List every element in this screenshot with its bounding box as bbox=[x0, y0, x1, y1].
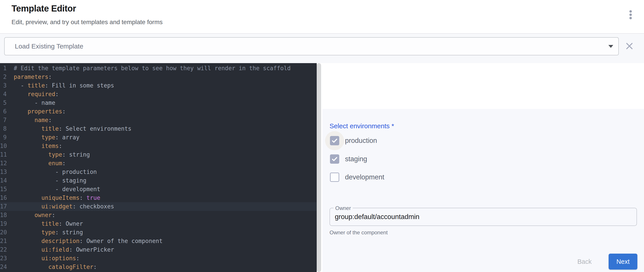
code-line: 22 ui:field: OwnerPicker bbox=[0, 245, 317, 254]
kebab-menu-icon bbox=[630, 10, 632, 19]
code-line: 11 type: string bbox=[0, 150, 317, 159]
code-line: 10 items: bbox=[0, 142, 317, 150]
code-editor[interactable]: 1# Edit the template parameters below to… bbox=[0, 63, 317, 272]
code-line: 24 catalogFilter: bbox=[0, 263, 317, 271]
back-button[interactable]: Back bbox=[572, 254, 597, 269]
next-button[interactable]: Next bbox=[608, 254, 637, 269]
line-number: 21 bbox=[0, 237, 7, 245]
line-number: 8 bbox=[0, 124, 7, 133]
checkbox[interactable] bbox=[330, 173, 339, 182]
line-number: 12 bbox=[0, 159, 7, 168]
line-number: 15 bbox=[0, 185, 7, 194]
code-text: type: array bbox=[7, 133, 80, 142]
line-number: 13 bbox=[0, 168, 7, 176]
code-line: 18 owner: bbox=[0, 211, 317, 219]
line-number: 5 bbox=[0, 99, 7, 107]
code-text: - name bbox=[7, 99, 55, 107]
code-line: 15 - development bbox=[0, 185, 317, 194]
code-line: 12 enum: bbox=[0, 159, 317, 168]
chevron-down-icon bbox=[608, 45, 613, 48]
code-line: 17 ui:widget: checkboxes bbox=[0, 202, 317, 211]
clear-template-button[interactable] bbox=[623, 40, 636, 53]
code-line: 21 description: Owner of the component bbox=[0, 237, 317, 245]
load-existing-template-select[interactable]: Load Existing Template bbox=[4, 37, 619, 55]
line-number: 17 bbox=[0, 202, 7, 211]
header: Template Editor Edit, preview, and try o… bbox=[0, 0, 644, 33]
line-number: 6 bbox=[0, 107, 7, 116]
code-text: enum: bbox=[7, 159, 66, 168]
code-text: required: bbox=[7, 90, 59, 99]
code-line: 9 type: array bbox=[0, 133, 317, 142]
line-number: 3 bbox=[0, 81, 7, 90]
code-line: 19 title: Owner bbox=[0, 219, 317, 228]
more-options-button[interactable] bbox=[624, 8, 637, 24]
code-text: # Edit the template parameters below to … bbox=[7, 64, 290, 73]
field-group-label: Select environments * bbox=[330, 122, 394, 130]
code-text: ui:options: bbox=[7, 254, 80, 263]
checkbox-label[interactable]: staging bbox=[345, 150, 367, 169]
code-line: 6 properties: bbox=[0, 107, 317, 116]
check-icon bbox=[331, 137, 338, 144]
page-subtitle: Edit, preview, and try out templates and… bbox=[12, 19, 162, 26]
line-number: 22 bbox=[0, 245, 7, 254]
code-text: - development bbox=[7, 185, 100, 194]
select-placeholder: Load Existing Template bbox=[15, 38, 84, 55]
code-text: - staging bbox=[7, 176, 86, 185]
checkbox-row[interactable]: staging bbox=[322, 150, 464, 169]
code-line: 1# Edit the template parameters below to… bbox=[0, 64, 317, 73]
code-text: ui:field: OwnerPicker bbox=[7, 245, 114, 254]
line-number: 10 bbox=[0, 142, 7, 150]
line-number: 9 bbox=[0, 133, 7, 142]
line-number: 2 bbox=[0, 73, 7, 81]
line-number: 19 bbox=[0, 219, 7, 228]
split-divider-handle[interactable] bbox=[317, 63, 321, 272]
line-number: 4 bbox=[0, 90, 7, 99]
close-icon bbox=[626, 42, 634, 50]
code-text: ui:widget: checkboxes bbox=[7, 202, 114, 211]
line-number: 1 bbox=[0, 64, 7, 73]
checkbox-row[interactable]: production bbox=[322, 131, 464, 150]
line-number: 24 bbox=[0, 263, 7, 271]
code-line: 13 - production bbox=[0, 168, 317, 176]
checkbox-row[interactable]: development bbox=[322, 168, 464, 187]
line-number: 7 bbox=[0, 116, 7, 124]
code-text: catalogFilter: bbox=[7, 263, 97, 271]
code-text: properties: bbox=[7, 107, 66, 116]
line-number: 20 bbox=[0, 228, 7, 237]
owner-helper-text: Owner of the component bbox=[330, 229, 388, 236]
code-text: description: Owner of the component bbox=[7, 237, 162, 245]
code-text: owner: bbox=[7, 211, 55, 219]
code-text: - production bbox=[7, 168, 97, 176]
toolbar: Load Existing Template bbox=[0, 34, 644, 63]
owner-field[interactable]: Owner group:default/accountadmin bbox=[330, 208, 637, 226]
code-line: 20 type: string bbox=[0, 228, 317, 237]
form-card: Select environments * productionstagingd… bbox=[322, 109, 644, 272]
code-text: title: Select environments bbox=[7, 124, 131, 133]
line-number: 14 bbox=[0, 176, 7, 185]
code-line: 7 name: bbox=[0, 116, 317, 124]
code-line: 23 ui:options: bbox=[0, 254, 317, 263]
code-text: items: bbox=[7, 142, 62, 150]
code-line: 16 uniqueItems: true bbox=[0, 194, 317, 202]
line-number: 23 bbox=[0, 254, 7, 263]
code-text: - title: Fill in some steps bbox=[7, 81, 114, 90]
code-text: type: string bbox=[7, 150, 90, 159]
checkbox[interactable] bbox=[330, 154, 339, 164]
line-number: 18 bbox=[0, 211, 7, 219]
code-text: uniqueItems: true bbox=[7, 194, 100, 202]
code-line: 5 - name bbox=[0, 99, 317, 107]
checkbox[interactable] bbox=[330, 136, 339, 145]
checkbox-label[interactable]: development bbox=[345, 168, 384, 187]
check-icon bbox=[331, 156, 338, 163]
code-text: title: Owner bbox=[7, 219, 83, 228]
line-number: 16 bbox=[0, 194, 7, 202]
code-line: 4 required: bbox=[0, 90, 317, 99]
code-text: type: string bbox=[7, 228, 83, 237]
code-text: parameters: bbox=[7, 73, 52, 81]
code-line: 14 - staging bbox=[0, 176, 317, 185]
checkbox-label[interactable]: production bbox=[345, 131, 377, 150]
code-text: name: bbox=[7, 116, 52, 124]
code-line: 8 title: Select environments bbox=[0, 124, 317, 133]
line-number: 11 bbox=[0, 150, 7, 159]
page-title: Template Editor bbox=[12, 4, 76, 14]
